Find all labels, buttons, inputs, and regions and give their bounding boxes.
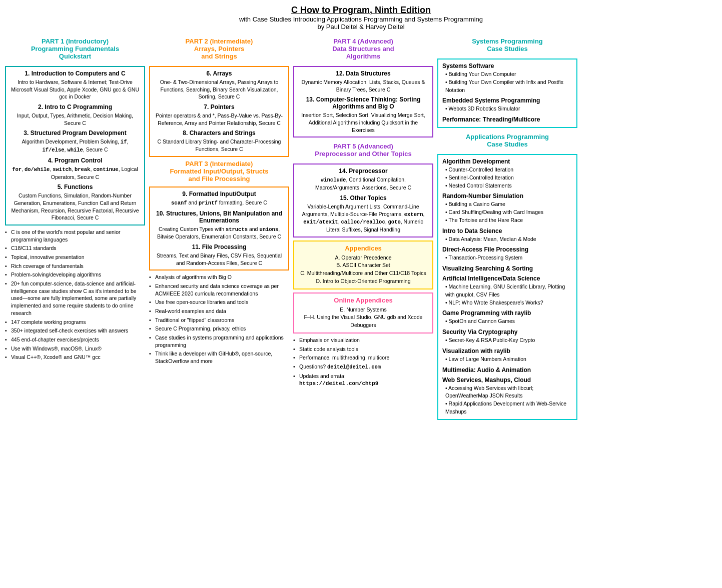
ch7-body: Pointer operators & and *, Pass-By-Value…	[154, 112, 284, 126]
ch7-title: 7. Pointers	[154, 104, 284, 110]
ai-item1: Machine Learning, GNU Scientific Library…	[442, 283, 572, 299]
part4-line3: Algorithms	[294, 52, 432, 60]
visearch-title: Visualizing Searching & Sorting	[442, 265, 572, 272]
ch1-body: Intro to Hardware, Software & Internet; …	[10, 78, 140, 100]
ch1-title: 1. Introduction to Computers and C	[10, 70, 140, 77]
p2-bullet-5: Traditional or "flipped" classrooms	[149, 316, 289, 324]
appendices-title: Appendices	[298, 244, 428, 252]
part5-line2: Preprocessor and Other Topics	[294, 150, 432, 158]
appendices-box: Appendices A. Operator Precedence B. ASC…	[293, 240, 433, 290]
part5-line1: PART 5 (Advanced)	[294, 142, 432, 150]
main-grid: PART 1 (Introductory) Programming Fundam…	[5, 36, 717, 420]
p2-bullet-1: Analysis of algorithms with Big O	[149, 274, 289, 281]
apps-line2: Case Studies	[438, 140, 576, 148]
col-part4: PART 4 (Advanced) Data Structures and Al…	[293, 36, 433, 420]
bullet-10: Use with Windows®, macOS®, Linux®	[5, 345, 145, 352]
ai-item2: NLP: Who Wrote Shakespeare's Works?	[442, 299, 572, 307]
apps-line1: Applications Programming	[438, 133, 576, 140]
ch2-body: Input, Output, Types, Arithmetic, Decisi…	[10, 112, 140, 126]
bullet-4: Rich coverage of fundamentals	[5, 262, 145, 270]
ch8-title: 8. Characters and Strings	[154, 130, 284, 136]
ch8-body: C Standard Library String- and Character…	[154, 138, 284, 152]
algo-item2: Sentinel-Controlled Iteration	[442, 174, 572, 182]
part2-line2: Arrays, Pointers	[150, 45, 288, 52]
part1-line2: Programming Fundamentals	[6, 45, 144, 52]
systems-header: Systems Programming Case Studies	[437, 36, 577, 54]
p4-bullet-2: Static code analysis tools	[293, 346, 433, 353]
bullet-7: 147 complete working programs	[5, 318, 145, 326]
part2-line3: and Strings	[150, 52, 288, 60]
ch5-body: Custom Functions, Simulation, Random-Num…	[10, 192, 140, 222]
part2-line1: PART 2 (Intermediate)	[150, 38, 288, 45]
web-item2: Rapid Applications Development with Web-…	[442, 400, 572, 416]
random-item2: Card Shuffling/Dealing with Card Images	[442, 208, 572, 216]
apps-header: Applications Programming Case Studies	[437, 131, 577, 150]
p2-bullet-6: Secure C Programming, privacy, ethics	[149, 325, 289, 332]
ch6-body: One- & Two-Dimensional Arrays, Passing A…	[154, 78, 284, 100]
part2-header: PART 2 (Intermediate) Arrays, Pointers a…	[149, 36, 289, 62]
ch15-body: Variable-Length Argument Lists, Command-…	[298, 203, 428, 234]
sys-line2: Case Studies	[438, 45, 576, 52]
part3-line2: Formatted Input/Output, Structs	[149, 168, 289, 175]
crypto-title: Security Via Cryptography	[442, 328, 572, 336]
ch13-title: 13. Computer-Science Thinking: Sorting A…	[298, 96, 428, 110]
p4-bullet-1: Emphasis on visualization	[293, 336, 433, 344]
email: deitel@deitel.com	[327, 364, 381, 370]
ch14-title: 14. Preprocessor	[298, 168, 428, 174]
sw-item2: Building Your Own Compiler with Infix an…	[442, 78, 572, 94]
page-title: C How to Program, Ninth Edition with Cas…	[5, 5, 717, 30]
p4-bullet-3: Performance, multithreading, multicore	[293, 354, 433, 362]
bullet-9: 445 end-of-chapter exercises/projects	[5, 336, 145, 344]
apps-box: Algorithm Development Counter-Controlled…	[437, 154, 577, 420]
errata-url: https://deitel.com/chtp9	[299, 380, 378, 386]
sw-title: Systems Software	[442, 62, 572, 70]
main-title: C How to Program, Ninth Edition	[5, 5, 717, 16]
algo-item1: Counter-Controlled Iteration	[442, 166, 572, 174]
ch6-title: 6. Arrays	[154, 70, 284, 77]
part4-header: PART 4 (Advanced) Data Structures and Al…	[293, 36, 433, 62]
perf-title: Performance: Threading/Multicore	[442, 116, 572, 123]
bullet-8: 350+ integrated self-check exercises wit…	[5, 327, 145, 334]
part4-line2: Data Structures and	[294, 45, 432, 52]
p2-bullet-8: Think like a developer with GitHub®, ope…	[149, 350, 289, 364]
bullet-11: Visual C++®, Xcode® and GNU™ gcc	[5, 354, 145, 361]
ch9-title: 9. Formatted Input/Output	[154, 190, 284, 198]
algo-item3: Nested Control Statements	[442, 182, 572, 190]
part3-header: PART 3 (Intermediate) Formatted Input/Ou…	[149, 160, 289, 182]
ch12-body: Dynamic Memory Allocation, Lists, Stacks…	[298, 78, 428, 93]
part1-header: PART 1 (Introductory) Programming Fundam…	[5, 36, 145, 62]
p2-bullet-2: Enhanced security and data science cover…	[149, 282, 289, 297]
ch13-body: Insertion Sort, Selection Sort, Visualiz…	[298, 112, 428, 134]
ch3-title: 3. Structured Program Development	[10, 130, 140, 136]
ch5-title: 5. Functions	[10, 184, 140, 190]
part5-header: PART 5 (Advanced) Preprocessor and Other…	[293, 140, 433, 160]
p2-bullet-7: Case studies in systems programming and …	[149, 334, 289, 348]
part1-bullets: C is one of the world's most popular and…	[5, 228, 145, 362]
ai-title: Artificial Intelligence/Data Science	[442, 275, 572, 282]
col-systems: Systems Programming Case Studies Systems…	[437, 36, 577, 420]
p4-bullet-4: Questions? deitel@deitel.com	[293, 363, 433, 371]
ch15-title: 15. Other Topics	[298, 194, 428, 202]
algo-title: Algorithm Development	[442, 158, 572, 165]
ch11-title: 11. File Processing	[154, 244, 284, 250]
part4-box: 12. Data Structures Dynamic Memory Alloc…	[293, 66, 433, 138]
part5-box: 14. Preprocessor #include, Conditional C…	[293, 164, 433, 237]
game-item1: SpotOn and Cannon Games	[442, 318, 572, 326]
col-part1: PART 1 (Introductory) Programming Fundam…	[5, 36, 145, 420]
random-item3: The Tortoise and the Hare Race	[442, 216, 572, 224]
p2-bullet-3: Use free open-source libraries and tools	[149, 298, 289, 306]
part1-line3: Quickstart	[6, 52, 144, 60]
bullet-5: Problem-solving/developing algorithms	[5, 271, 145, 278]
appendices-body: A. Operator Precedence B. ASCII Characte…	[298, 254, 428, 286]
ch3-body: Algorithm Development, Problem Solving, …	[10, 138, 140, 154]
online-title: Online Appendices	[298, 296, 428, 304]
ch10-body: Creating Custom Types with structs and u…	[154, 226, 284, 240]
ch14-body: #include, Conditional Compilation, Macro…	[298, 176, 428, 191]
random-title: Random-Number Simulation	[442, 192, 572, 200]
embedded-item1: Webots 3D Robotics Simulator	[442, 105, 572, 113]
p2-bullet-4: Real-world examples and data	[149, 308, 289, 315]
part3-line1: PART 3 (Intermediate)	[149, 160, 289, 168]
fileproc-title: Direct-Access File Processing	[442, 246, 572, 253]
part2-box: 6. Arrays One- & Two-Dimensional Arrays,…	[149, 66, 289, 157]
bullet-2: C18/C11 standards	[5, 244, 145, 252]
